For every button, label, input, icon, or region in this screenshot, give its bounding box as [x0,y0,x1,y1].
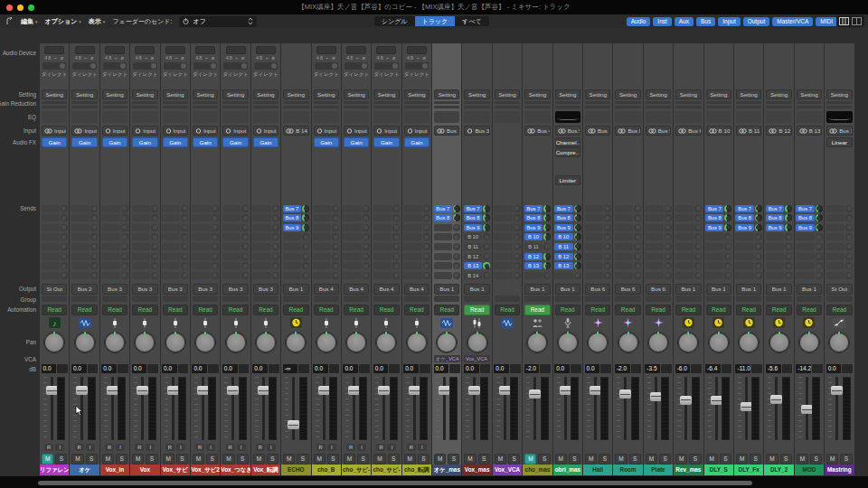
group-slot[interactable] [524,296,550,302]
pan-knob[interactable] [316,332,337,353]
send-slot[interactable] [766,271,792,279]
send-slot[interactable] [222,223,249,231]
automation-button[interactable]: Read [495,305,520,315]
send-level-knob[interactable] [574,243,581,250]
send-slot[interactable] [283,242,309,250]
power-icon[interactable] [183,18,189,24]
fader-handle[interactable] [439,386,450,395]
send-slot[interactable] [222,233,249,241]
send-slot[interactable]: Bus 9 [796,223,822,231]
vca-slot[interactable]: オケ_VCA [434,355,460,362]
eq-display[interactable] [736,111,761,123]
vca-slot[interactable] [252,355,278,362]
vca-slot[interactable] [192,355,218,362]
pan-knob[interactable] [436,332,458,353]
vca-slot[interactable] [735,355,761,362]
input-gain-row[interactable] [103,62,127,70]
send-level-knob[interactable] [272,243,279,250]
sends-area[interactable] [101,204,127,282]
send-bus-button[interactable] [192,253,210,260]
send-bus-button[interactable] [132,272,150,279]
mute-button[interactable]: M [826,454,838,465]
send-slot[interactable]: Bus 8 [554,214,580,222]
db-value[interactable]: -3.5 [645,364,660,373]
send-bus-button[interactable] [705,262,723,269]
send-level-knob[interactable] [634,243,641,250]
group-slot[interactable] [646,296,671,302]
setting-button[interactable]: Setting [102,89,127,99]
send-bus-button[interactable] [585,243,603,250]
db-value[interactable]: -2.0 [524,364,540,373]
send-bus-button[interactable]: Bus 9 [464,224,482,231]
fader-handle[interactable] [348,386,360,395]
fader-handle[interactable] [590,386,601,395]
fader-handle[interactable] [529,389,541,399]
send-level-knob[interactable] [241,262,249,269]
audio-fx-area[interactable]: Gain [193,137,218,203]
send-bus-button[interactable] [313,233,331,240]
send-bus-button[interactable] [735,243,753,250]
send-level-knob[interactable] [423,214,430,221]
send-bus-button[interactable] [675,205,693,212]
send-bus-button[interactable] [735,233,753,240]
fader-handle[interactable] [770,395,782,404]
send-slot[interactable] [283,233,309,241]
send-bus-button[interactable] [615,272,633,279]
minimize-window-button[interactable] [17,5,24,11]
solo-button[interactable]: S [206,454,218,465]
fader-handle[interactable] [258,386,269,395]
send-slot[interactable]: Bus 7 [283,204,309,212]
send-slot[interactable] [615,242,641,250]
record-button[interactable]: R [316,444,326,451]
send-slot[interactable] [675,262,702,270]
send-level-knob[interactable] [724,224,731,231]
send-bus-button[interactable] [162,243,180,250]
send-bus-button[interactable]: Bus 7 [524,205,542,212]
setting-button[interactable]: Setting [524,89,550,99]
eq-display[interactable] [373,111,399,123]
vca-slot[interactable] [101,355,127,362]
send-slot[interactable] [42,214,68,222]
fader-handle[interactable] [409,386,420,395]
vca-slot[interactable] [585,355,611,362]
automation-button[interactable]: Read [766,305,791,315]
channel-strip-Rev_mas[interactable]: 48 ⌐ ø ダイレクト Setting Bus 6 Bus 1 Read -6… [674,43,703,475]
send-slot[interactable] [313,252,339,260]
send-bus-button[interactable] [283,233,301,240]
mute-button[interactable]: M [344,454,355,465]
send-slot[interactable] [615,252,641,260]
db-value[interactable]: 0.0 [252,364,268,373]
channel-strip-Vox_mas[interactable]: 48 ⌐ ø ダイレクト Setting Bus 3 Bus 7Bus 8Bus… [462,43,491,475]
group-slot[interactable] [404,296,429,302]
send-slot[interactable] [283,271,309,279]
send-bus-button[interactable]: Bus 8 [283,214,301,221]
send-level-knob[interactable] [514,243,521,250]
send-slot[interactable]: Bus 7 [735,204,761,212]
send-slot[interactable] [494,242,520,250]
send-bus-button[interactable] [252,233,270,240]
send-bus-button[interactable] [645,224,663,231]
send-bus-button[interactable] [162,253,180,260]
send-slot[interactable] [162,271,188,279]
eq-display[interactable] [314,111,339,123]
send-slot[interactable] [766,242,792,250]
send-bus-button[interactable] [494,224,512,231]
send-bus-button[interactable] [403,262,421,269]
send-slot[interactable] [403,262,429,270]
send-slot[interactable] [343,242,369,250]
send-level-knob[interactable] [514,233,521,240]
send-level-knob[interactable] [785,262,792,269]
output-button[interactable]: Bus 3 [102,284,127,295]
send-level-knob[interactable] [302,262,309,269]
send-level-knob[interactable] [423,233,430,240]
fader-handle[interactable] [650,392,662,401]
send-level-knob[interactable] [423,205,430,212]
mute-button[interactable]: M [706,454,718,465]
vca-slot[interactable] [222,355,249,362]
send-slot[interactable] [162,204,188,212]
output-button[interactable]: St Out [826,284,852,295]
sends-area[interactable] [192,204,218,282]
send-bus-button[interactable] [494,205,512,212]
eq-display[interactable] [826,111,852,123]
mute-button[interactable]: M [404,454,416,465]
